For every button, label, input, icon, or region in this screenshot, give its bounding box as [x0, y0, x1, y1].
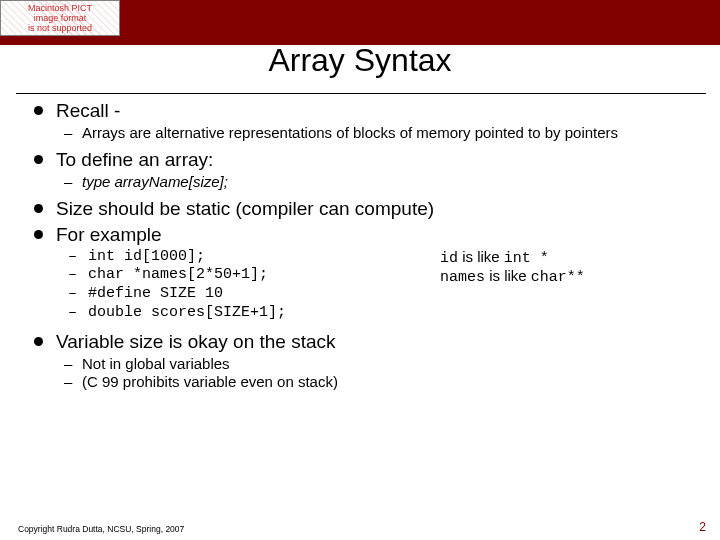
- code-inline: int *: [504, 250, 549, 267]
- text: is like: [458, 248, 504, 265]
- code-line: double scores[SIZE+1];: [56, 304, 700, 323]
- code-inline: char**: [531, 269, 585, 286]
- code-fragment: Name[size];: [149, 173, 228, 190]
- page-number: 2: [699, 520, 706, 534]
- bullet-text: To define an array:: [56, 149, 213, 170]
- code-fragment: type array: [82, 173, 149, 190]
- bullet-variable: Variable size is okay on the stack Not i…: [30, 331, 700, 393]
- bullet-size: Size should be static (compiler can comp…: [30, 198, 700, 220]
- bullet-recall: Recall - Arrays are alternative represen…: [30, 100, 700, 143]
- sub-bullet: Not in global variables: [56, 355, 700, 374]
- code-line: #define SIZE 10: [56, 285, 700, 304]
- bullet-example: For example int id[1000]; char *names[2*…: [30, 224, 700, 323]
- slide-title: Array Syntax: [0, 42, 720, 79]
- text: is like: [485, 267, 531, 284]
- sub-bullet: (C 99 prohibits variable even on stack): [56, 373, 700, 392]
- aside-note: id is like int *: [440, 248, 690, 267]
- sub-bullet: Arrays are alternative representations o…: [56, 124, 700, 143]
- code-inline: names: [440, 269, 485, 286]
- bullet-text: Recall -: [56, 100, 120, 121]
- copyright-footer: Copyright Rudra Dutta, NCSU, Spring, 200…: [18, 524, 184, 534]
- bullet-text: Variable size is okay on the stack: [56, 331, 336, 352]
- content-top-border: [16, 93, 706, 94]
- sub-bullet: type arrayName[size];: [56, 173, 700, 192]
- bullet-define: To define an array: type arrayName[size]…: [30, 149, 700, 192]
- slide-body: Recall - Arrays are alternative represen…: [30, 100, 700, 398]
- bullet-text: Size should be static (compiler can comp…: [56, 198, 434, 219]
- aside-note: names is like char**: [440, 267, 690, 286]
- pict-placeholder: Macintosh PICT image format is not suppo…: [0, 0, 120, 36]
- code-inline: id: [440, 250, 458, 267]
- bullet-text: For example: [56, 224, 162, 245]
